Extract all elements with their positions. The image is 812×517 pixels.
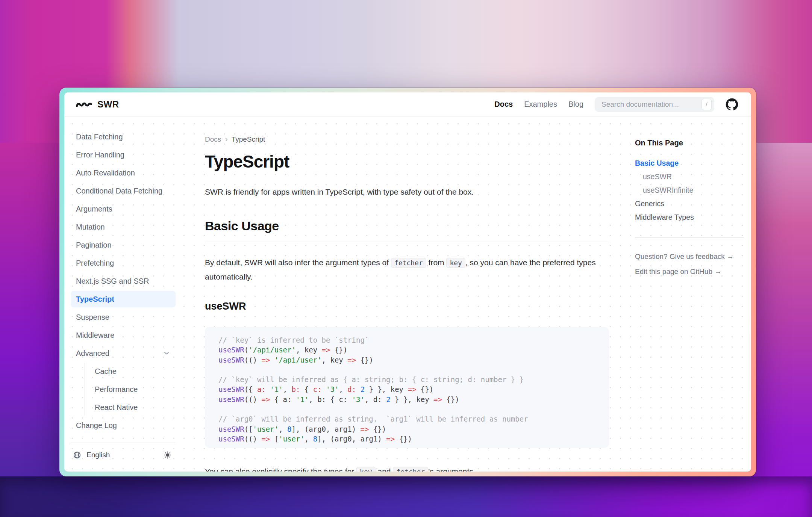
sidebar-item-label: Mutation: [76, 223, 105, 231]
sidebar-item-label: TypeScript: [76, 295, 114, 304]
breadcrumb: Docs › TypeScript: [205, 135, 609, 144]
sidebar-children: CachePerformanceReact Native: [85, 363, 177, 416]
sidebar-item-label: Cache: [95, 367, 117, 376]
sidebar-item-advanced[interactable]: Advanced: [71, 345, 176, 361]
inline-code: key: [356, 467, 376, 472]
code-block: // `key` is inferred to be `string`useSW…: [205, 327, 609, 448]
code-line: useSWR(() => { a: '1', b: { c: '3', d: 2…: [218, 395, 595, 404]
globe-icon: [73, 451, 81, 459]
inline-code: key: [446, 258, 465, 268]
sidebar-item-label: Next.js SSG and SSR: [76, 277, 149, 286]
navbar: SWR DocsExamplesBlog /: [64, 92, 751, 116]
nav-link-examples[interactable]: Examples: [524, 100, 557, 109]
sidebar-item-pagination[interactable]: Pagination: [71, 237, 176, 253]
code-line: useSWR(() => ['user', 8], (arg0, arg1) =…: [218, 434, 595, 444]
page-title: TypeScript: [205, 151, 609, 172]
sidebar-item-label: Arguments: [76, 205, 112, 213]
sidebar-item-label: Change Log: [76, 421, 117, 430]
feedback-link[interactable]: Question? Give us feedback →: [635, 252, 748, 261]
subsection-heading-useswr: useSWR: [205, 299, 609, 313]
main-content: Docs › TypeScript TypeScript SWR is frie…: [205, 116, 609, 472]
sidebar-item-typescript[interactable]: TypeScript: [71, 291, 176, 307]
sidebar-item-label: Error Handling: [76, 151, 124, 159]
sidebar-item-label: Middleware: [76, 331, 114, 340]
swr-squiggle-icon: [76, 100, 93, 109]
sidebar-item-mutation[interactable]: Mutation: [71, 219, 176, 235]
nav-link-docs[interactable]: Docs: [494, 100, 513, 109]
inline-code: fetcher: [393, 467, 428, 472]
code-line: useSWR({ a: '1', b: { c: '3', d: 2 } }, …: [218, 384, 595, 394]
sidebar-item-arguments[interactable]: Arguments: [71, 201, 176, 217]
page-body: Data FetchingError HandlingAuto Revalida…: [64, 116, 751, 472]
sidebar-item-react-native[interactable]: React Native: [85, 399, 176, 416]
nav-links: DocsExamplesBlog /: [494, 97, 738, 112]
basic-usage-paragraph: By default, SWR will also infer the argu…: [205, 255, 609, 284]
sidebar-item-data-fetching[interactable]: Data Fetching: [71, 128, 176, 145]
sidebar-item-label: Performance: [95, 385, 138, 394]
toc-item-useswr[interactable]: useSWR: [635, 170, 748, 183]
wallpaper-bottom: [0, 476, 812, 517]
sidebar-item-conditional-data-fetching[interactable]: Conditional Data Fetching: [71, 183, 176, 199]
sidebar-item-middleware[interactable]: Middleware: [71, 327, 176, 343]
sidebar-item-performance[interactable]: Performance: [85, 381, 176, 398]
code-line: [218, 365, 595, 375]
language-row: English: [71, 445, 176, 465]
code-line: // `key` will be inferred as { a: string…: [218, 375, 595, 384]
language-label: English: [86, 451, 110, 459]
nav-link-blog[interactable]: Blog: [568, 100, 583, 109]
sidebar-item-prefetching[interactable]: Prefetching: [71, 255, 176, 271]
sidebar-divider: [71, 443, 176, 443]
sidebar-item-label: Advanced: [76, 349, 109, 358]
toc-item-basic-usage[interactable]: Basic Usage: [635, 156, 748, 170]
logo-text: SWR: [97, 99, 119, 110]
theme-toggle-button[interactable]: [164, 451, 172, 459]
code-line: useSWR('/api/user', key => {}): [218, 345, 595, 355]
window-content: SWR DocsExamplesBlog / Data FetchingErro…: [64, 92, 751, 472]
chevron-down-icon: [163, 349, 170, 357]
swr-logo[interactable]: SWR: [76, 99, 119, 110]
language-selector[interactable]: English: [73, 451, 110, 459]
sidebar-item-next-js-ssg-and-ssr[interactable]: Next.js SSG and SSR: [71, 273, 176, 289]
code-line: // `key` is inferred to be `string`: [218, 335, 595, 345]
code-line: useSWR(['user', 8], (arg0, arg1) => {}): [218, 424, 595, 434]
toc-item-middleware-types[interactable]: Middleware Types: [635, 210, 748, 224]
sidebar-item-change-log[interactable]: Change Log: [71, 417, 176, 434]
toc-item-generics[interactable]: Generics: [635, 197, 748, 210]
toc-item-useswrinfinite[interactable]: useSWRInfinite: [635, 183, 748, 197]
sun-icon: [164, 451, 172, 459]
toc-divider: [635, 237, 744, 238]
edit-on-github-link[interactable]: Edit this page on GitHub →: [635, 267, 748, 276]
sidebar-item-label: Suspense: [76, 313, 109, 322]
breadcrumb-docs[interactable]: Docs: [205, 135, 221, 144]
sidebar-item-error-handling[interactable]: Error Handling: [71, 147, 176, 163]
sidebar-item-label: Pagination: [76, 241, 112, 249]
code-line: [218, 404, 595, 414]
github-icon[interactable]: [726, 98, 738, 111]
sidebar-item-label: Data Fetching: [76, 133, 123, 141]
sidebar: Data FetchingError HandlingAuto Revalida…: [64, 116, 177, 472]
sidebar-footer: English: [71, 443, 176, 472]
browser-window: SWR DocsExamplesBlog / Data FetchingErro…: [59, 88, 756, 476]
code-line: useSWR(() => '/api/user', key => {}): [218, 355, 595, 365]
intro-paragraph: SWR is friendly for apps written in Type…: [205, 186, 609, 198]
section-heading-basic-usage: Basic Usage: [205, 218, 609, 243]
toc-heading: On This Page: [635, 139, 748, 147]
search-box[interactable]: /: [595, 97, 714, 112]
search-input[interactable]: [601, 100, 701, 109]
toc-links: Question? Give us feedback → Edit this p…: [635, 252, 748, 276]
sidebar-item-cache[interactable]: Cache: [85, 363, 176, 379]
sidebar-item-label: React Native: [95, 403, 138, 412]
bottom-paragraph: You can also explicitly specify the type…: [205, 465, 609, 472]
sidebar-item-auto-revalidation[interactable]: Auto Revalidation: [71, 165, 176, 181]
breadcrumb-current: TypeScript: [232, 135, 265, 144]
toc-sidebar: On This Page Basic UsageuseSWRuseSWRInfi…: [635, 116, 748, 472]
sidebar-item-label: Auto Revalidation: [76, 169, 135, 177]
search-shortcut-key: /: [701, 99, 712, 110]
code-line: // `arg0` will be inferred as string. `a…: [218, 414, 595, 424]
sidebar-item-label: Prefetching: [76, 259, 114, 268]
inline-code: fetcher: [391, 258, 426, 268]
sidebar-item-suspense[interactable]: Suspense: [71, 309, 176, 325]
breadcrumb-separator-icon: ›: [225, 135, 227, 144]
sidebar-item-label: Conditional Data Fetching: [76, 187, 162, 195]
